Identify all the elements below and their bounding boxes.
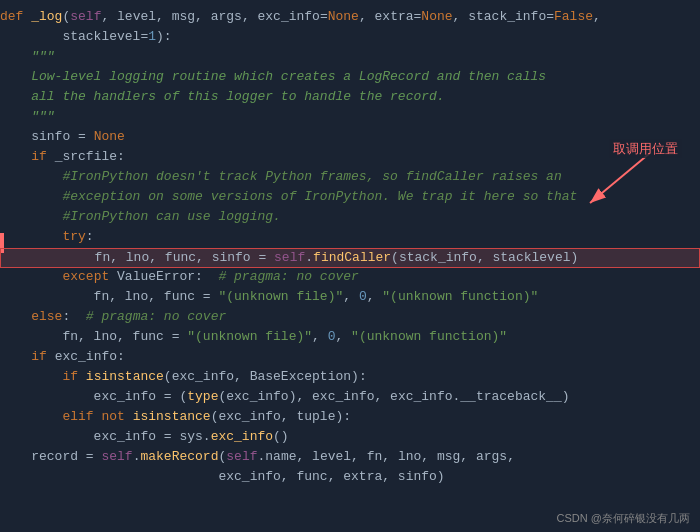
code-line: stacklevel=1):	[0, 28, 700, 48]
watermark-text: CSDN @奈何碎银没有几两	[557, 512, 690, 524]
code-line: record = self.makeRecord(self.name, leve…	[0, 448, 700, 468]
code-line: """	[0, 48, 700, 68]
annotation-label: 取调用位置	[609, 140, 682, 158]
code-line: if _srcfile:	[0, 148, 700, 168]
code-container: def _log(self, level, msg, args, exc_inf…	[0, 0, 700, 532]
highlighted-code-line: fn, lno, func, sinfo = self.findCaller(s…	[0, 248, 700, 268]
code-line: sinfo = None	[0, 128, 700, 148]
code-line: try:	[0, 228, 700, 248]
code-line: #exception on some versions of IronPytho…	[0, 188, 700, 208]
code-line: def _log(self, level, msg, args, exc_inf…	[0, 8, 700, 28]
code-line: fn, lno, func = "(unknown file)", 0, "(u…	[0, 328, 700, 348]
code-line: all the handlers of this logger to handl…	[0, 88, 700, 108]
code-line: if exc_info:	[0, 348, 700, 368]
code-line: Low-level logging routine which creates …	[0, 68, 700, 88]
code-line: """	[0, 108, 700, 128]
code-line: exc_info, func, extra, sinfo)	[0, 468, 700, 488]
code-line: else: # pragma: no cover	[0, 308, 700, 328]
code-line: #IronPython can use logging.	[0, 208, 700, 228]
watermark: CSDN @奈何碎银没有几两	[557, 511, 690, 526]
code-line: exc_info = (type(exc_info), exc_info, ex…	[0, 388, 700, 408]
code-line: elif not isinstance(exc_info, tuple):	[0, 408, 700, 428]
code-line: exc_info = sys.exc_info()	[0, 428, 700, 448]
code-line: fn, lno, func = "(unknown file)", 0, "(u…	[0, 288, 700, 308]
annotation-text: 取调用位置	[609, 139, 682, 158]
code-line: except ValueError: # pragma: no cover	[0, 268, 700, 288]
code-line: #IronPython doesn't track Python frames,…	[0, 168, 700, 188]
code-line: if isinstance(exc_info, BaseException):	[0, 368, 700, 388]
